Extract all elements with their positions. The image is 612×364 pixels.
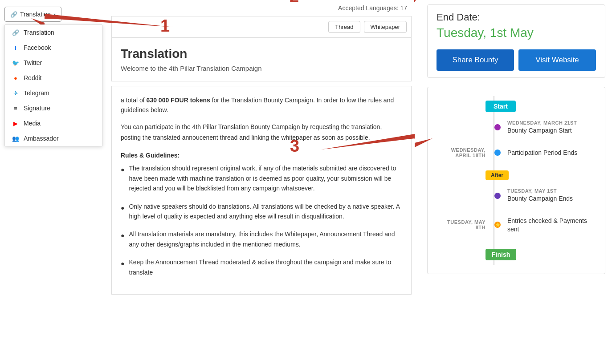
rule-2-text: Only native speakers should do translati… <box>129 202 402 222</box>
translation-menu-icon: 🔗 <box>12 29 19 36</box>
translation-icon: 🔗 <box>10 11 17 18</box>
timeline-dot-4: ⭐ <box>494 222 501 228</box>
timeline-event-3: TUESDAY, MAY 1ST Bounty Campaign Ends <box>437 188 596 203</box>
token-text: a total of 630 000 FOUR tokens for the T… <box>121 95 402 115</box>
timeline-wrapper: Start WEDNESDAY, MARCH 21ST Bounty Campa… <box>437 96 596 265</box>
bullet-dot-1: ● <box>121 165 124 193</box>
start-tag: Start <box>486 101 516 112</box>
rule-3-text: All translation materials are mandatory,… <box>129 229 402 249</box>
timeline-event-1: WEDNESDAY, MARCH 21ST Bounty Campaign St… <box>437 120 596 135</box>
rule-3: ● All translation materials are mandator… <box>121 229 402 249</box>
finish-tag: Finish <box>486 249 516 260</box>
rule-4-text: Keep the Announcement Thread moderated &… <box>129 257 402 277</box>
timeline-dot-1 <box>494 124 501 130</box>
menu-item-label: Translation <box>24 29 54 36</box>
accepted-languages-label: Accepted Languages: 17 <box>338 4 407 12</box>
rule-2: ● Only native speakers should do transla… <box>121 202 402 222</box>
menu-item-telegram[interactable]: ✈ Telegram <box>5 85 102 101</box>
dropdown-label: Translation <box>20 11 51 18</box>
twitter-icon: 🐦 <box>12 60 19 66</box>
campaign-subtitle: Welcome to the 4th Pillar Translation Ca… <box>121 65 402 72</box>
telegram-icon: ✈ <box>12 90 19 97</box>
menu-item-label: Facebook <box>24 44 51 51</box>
bullet-dot-3: ● <box>121 231 124 249</box>
action-buttons: Share Bounty Visit Website <box>437 49 596 71</box>
timeline-section: Start WEDNESDAY, MARCH 21ST Bounty Campa… <box>427 87 605 274</box>
campaign-title-card: Translation Welcome to the 4th Pillar Tr… <box>111 37 412 81</box>
thread-whitepaper-bar: Thread Whitepaper <box>111 16 412 37</box>
menu-item-label: Ambassador <box>24 135 59 142</box>
signature-icon: ≡ <box>12 105 19 112</box>
timeline-event-1-text: WEDNESDAY, MARCH 21ST Bounty Campaign St… <box>507 120 596 135</box>
svg-marker-1 <box>325 0 423 2</box>
whitepaper-button[interactable]: Whitepaper <box>364 21 407 33</box>
event-3-label: Bounty Campaign Ends <box>507 194 596 203</box>
campaign-title: Translation <box>121 47 402 61</box>
menu-item-reddit[interactable]: ● Reddit <box>5 70 102 85</box>
menu-item-label: Media <box>24 120 41 127</box>
token-prefix: a total of <box>121 97 147 104</box>
event-1-label: Bounty Campaign Start <box>507 126 596 135</box>
timeline-event-2-text: Participation Period Ends <box>507 148 596 158</box>
translation-dropdown[interactable]: 🔗 Translation ▾ <box>4 7 61 22</box>
rule-1-text: The translation should represent origina… <box>129 163 402 193</box>
menu-item-label: Twitter <box>24 59 42 66</box>
right-panel: End Date: Tuesday, 1st May Share Bounty … <box>420 0 612 364</box>
token-bold: 630 000 FOUR tokens <box>147 97 210 104</box>
dropdown-arrow: ▾ <box>53 12 56 17</box>
menu-item-ambassador[interactable]: 👥 Ambassador <box>5 131 102 146</box>
bullet-dot-4: ● <box>121 259 124 277</box>
facebook-icon: f <box>12 44 19 51</box>
timeline-event-3-text: TUESDAY, MAY 1ST Bounty Campaign Ends <box>507 188 596 203</box>
accepted-languages-bar: Accepted Languages: 17 <box>111 4 412 12</box>
menu-item-twitter[interactable]: 🐦 Twitter <box>5 55 102 70</box>
menu-item-label: Signature <box>24 105 50 112</box>
event-4-date-left: TUESDAY, MAY 8TH <box>437 219 486 230</box>
timeline-event-4-text: Entries checked & Payments sent <box>507 216 596 234</box>
timeline-dot-3 <box>494 193 501 199</box>
timeline-event-4: TUESDAY, MAY 8TH ⭐ Entries checked & Pay… <box>437 216 596 234</box>
end-date-section: End Date: Tuesday, 1st May Share Bounty … <box>427 4 605 78</box>
reddit-icon: ● <box>12 75 19 81</box>
menu-item-label: Reddit <box>24 74 41 81</box>
dropdown-menu: 🔗 Translation f Facebook 🐦 Twitter ● Red… <box>4 24 102 146</box>
main-content: 2 Accepted Languages: 17 1 Thread Whitep… <box>102 0 420 364</box>
end-date-label: End Date: <box>437 12 596 23</box>
timeline-dot-2 <box>494 150 501 156</box>
left-panel: 🔗 Translation ▾ 🔗 Translation f Facebook… <box>0 0 102 364</box>
media-icon: ▶ <box>12 120 19 127</box>
share-bounty-button[interactable]: Share Bounty <box>437 49 514 71</box>
timeline-left-4: TUESDAY, MAY 8TH <box>437 219 486 230</box>
visit-website-button[interactable]: Visit Website <box>518 49 596 71</box>
rule-1: ● The translation should represent origi… <box>121 163 402 193</box>
thread-button[interactable]: Thread <box>328 21 360 33</box>
timeline-left-2: WEDNESDAY, APRIL 18TH <box>437 147 486 158</box>
rules-title: Rules & Guidelines: <box>121 152 402 159</box>
bullet-dot-2: ● <box>121 203 124 222</box>
event-3-date: TUESDAY, MAY 1ST <box>507 188 596 194</box>
event-2-date-left: WEDNESDAY, APRIL 18TH <box>437 147 486 158</box>
event-2-label: Participation Period Ends <box>507 149 596 158</box>
end-date-value: Tuesday, 1st May <box>437 25 596 40</box>
menu-item-translation[interactable]: 🔗 Translation <box>5 25 102 40</box>
token-card: a total of 630 000 FOUR tokens for the T… <box>111 86 412 295</box>
ambassador-icon: 👥 <box>12 135 19 142</box>
event-4-label: Entries checked & Payments sent <box>507 217 596 234</box>
timeline-event-2: WEDNESDAY, APRIL 18TH Participation Peri… <box>437 147 596 158</box>
menu-item-label: Telegram <box>24 89 49 97</box>
menu-item-signature[interactable]: ≡ Signature <box>5 101 102 116</box>
rule-4: ● Keep the Announcement Thread moderated… <box>121 257 402 277</box>
after-tag: After <box>486 170 509 180</box>
menu-item-media[interactable]: ▶ Media <box>5 116 102 131</box>
body-text: You can participate in the 4th Pillar Tr… <box>121 122 402 143</box>
menu-item-facebook[interactable]: f Facebook <box>5 40 102 55</box>
event-1-date: WEDNESDAY, MARCH 21ST <box>507 120 596 125</box>
